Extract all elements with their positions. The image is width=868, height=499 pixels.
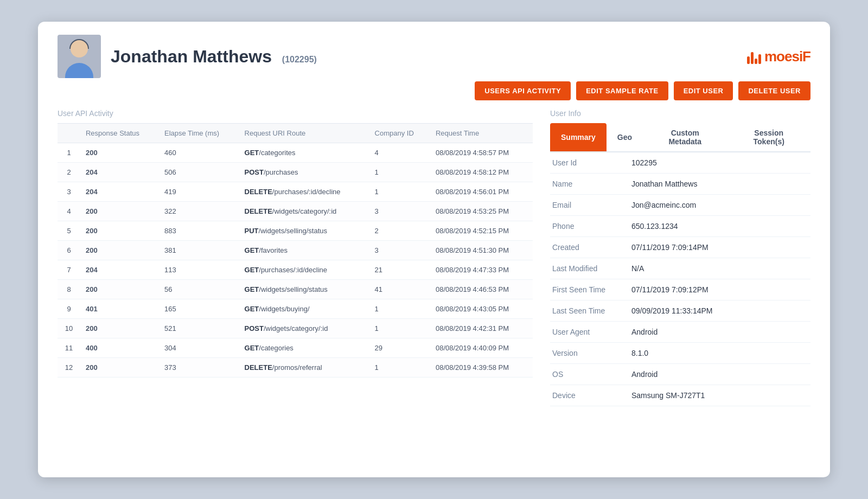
avatar-head [71, 40, 88, 57]
tab-session-tokens[interactable]: Session Token(s) [727, 123, 810, 151]
delete-user-button[interactable]: DELETE USER [738, 81, 810, 100]
info-table-row: User AgentAndroid [550, 322, 810, 343]
table-row[interactable]: 1200460GET/categorites408/08/2019 4:58:5… [58, 143, 533, 163]
row-method: GET [245, 246, 259, 254]
row-elapse: 506 [159, 163, 239, 182]
row-company-id: 21 [369, 260, 430, 280]
row-num: 10 [58, 319, 80, 338]
activity-table-head: Response Status Elapse Time (ms) Request… [58, 124, 533, 143]
table-row[interactable]: 820056GET/widgets/selling/status4108/08/… [58, 280, 533, 299]
row-elapse: 521 [159, 319, 239, 338]
row-company-id: 3 [369, 202, 430, 221]
row-route-path: /widgets/buying/ [259, 305, 309, 313]
row-status: 200 [80, 319, 159, 338]
row-method: DELETE [245, 363, 272, 372]
row-route: DELETE/promos/referral [239, 358, 369, 378]
row-elapse: 381 [159, 241, 239, 260]
row-company-id: 29 [369, 338, 430, 358]
info-field-label: Device [550, 385, 626, 406]
action-buttons-row: USERS API ACTIVITY EDIT SAMPLE RATE EDIT… [38, 81, 830, 109]
row-num: 6 [58, 241, 80, 260]
row-num: 4 [58, 202, 80, 221]
row-num: 8 [58, 280, 80, 299]
info-field-label: User Agent [550, 322, 626, 343]
row-route: GET/favorites [239, 241, 369, 260]
row-status: 204 [80, 260, 159, 280]
table-row[interactable]: 2204506POST/purchases108/08/2019 4:58:12… [58, 163, 533, 182]
row-elapse: 460 [159, 143, 239, 163]
row-request-time: 08/08/2019 4:56:01 PM [430, 182, 533, 202]
logo-icon [747, 49, 761, 64]
row-elapse: 165 [159, 299, 239, 319]
logo-bar-1 [747, 56, 750, 64]
row-request-time: 08/08/2019 4:58:12 PM [430, 163, 533, 182]
logo-bar-2 [751, 52, 754, 64]
row-request-time: 08/08/2019 4:52:15 PM [430, 221, 533, 241]
row-company-id: 1 [369, 182, 430, 202]
row-request-time: 08/08/2019 4:43:05 PM [430, 299, 533, 319]
info-table-row: EmailJon@acmeinc.com [550, 195, 810, 216]
info-table-row: Last Seen Time09/09/2019 11:33:14PM [550, 300, 810, 322]
edit-user-button[interactable]: EDIT USER [674, 81, 733, 100]
info-field-value: Samsung SM-J727T1 [626, 385, 810, 406]
avatar-body [65, 63, 93, 78]
col-response-status: Response Status [80, 124, 159, 143]
row-company-id: 1 [369, 163, 430, 182]
row-status: 200 [80, 358, 159, 378]
row-route-path: /purchases/:id/decline [272, 188, 341, 196]
user-info-section-label: User Info [550, 109, 810, 118]
info-field-value: Android [626, 364, 810, 385]
table-row[interactable]: 10200521POST/widgets/category/:id108/08/… [58, 319, 533, 338]
table-row[interactable]: 9401165GET/widgets/buying/108/08/2019 4:… [58, 299, 533, 319]
main-card: Jonathan Matthews (102295) moesiF USERS … [38, 22, 830, 477]
row-company-id: 1 [369, 299, 430, 319]
info-field-label: Last Modified [550, 258, 626, 279]
row-route: POST/widgets/category/:id [239, 319, 369, 338]
row-route: GET/categories [239, 338, 369, 358]
info-table-row: First Seen Time07/11/2019 7:09:12PM [550, 279, 810, 300]
info-table-row: DeviceSamsung SM-J727T1 [550, 385, 810, 406]
table-row[interactable]: 6200381GET/favorites308/08/2019 4:51:30 … [58, 241, 533, 260]
row-num: 7 [58, 260, 80, 280]
users-api-activity-button[interactable]: USERS API ACTIVITY [475, 81, 571, 100]
table-row[interactable]: 4200322DELETE/widgets/category/:id308/08… [58, 202, 533, 221]
main-content: User API Activity Response Status Elapse… [38, 109, 830, 419]
row-status: 204 [80, 182, 159, 202]
row-elapse: 373 [159, 358, 239, 378]
info-field-label: Name [550, 174, 626, 195]
table-row[interactable]: 11400304GET/categories2908/08/2019 4:40:… [58, 338, 533, 358]
table-row[interactable]: 12200373DELETE/promos/referral108/08/201… [58, 358, 533, 378]
col-num [58, 124, 80, 143]
info-field-label: User Id [550, 152, 626, 174]
row-route: GET/categorites [239, 143, 369, 163]
tab-geo[interactable]: Geo [607, 123, 643, 151]
table-row[interactable]: 7204113GET/purchases/:id/decline2108/08/… [58, 260, 533, 280]
logo-bar-3 [755, 59, 757, 64]
info-field-value: Jon@acmeinc.com [626, 195, 810, 216]
info-table-row: Version8.1.0 [550, 343, 810, 364]
row-request-time: 08/08/2019 4:40:09 PM [430, 338, 533, 358]
info-field-value: N/A [626, 258, 810, 279]
row-num: 5 [58, 221, 80, 241]
activity-table-header-row: Response Status Elapse Time (ms) Request… [58, 124, 533, 143]
tab-custom-metadata[interactable]: Custom Metadata [643, 123, 727, 151]
col-elapse-time: Elapse Time (ms) [159, 124, 239, 143]
row-company-id: 41 [369, 280, 430, 299]
row-route-path: /purchases/:id/decline [259, 266, 327, 274]
activity-table: Response Status Elapse Time (ms) Request… [58, 123, 533, 378]
row-method: GET [245, 266, 259, 274]
table-row[interactable]: 3204419DELETE/purchases/:id/decline108/0… [58, 182, 533, 202]
edit-sample-rate-button[interactable]: EDIT SAMPLE RATE [576, 81, 668, 100]
table-row[interactable]: 5200883PUT/widgets/selling/status208/08/… [58, 221, 533, 241]
user-name: Jonathan Matthews (102295) [111, 47, 317, 67]
row-route-path: /widgets/selling/status [259, 285, 327, 293]
tab-summary[interactable]: Summary [550, 123, 607, 151]
row-num: 2 [58, 163, 80, 182]
row-route: DELETE/purchases/:id/decline [239, 182, 369, 202]
info-field-value: Jonathan Matthews [626, 174, 810, 195]
logo-text: moesiF [764, 48, 810, 65]
info-table-row: Created07/11/2019 7:09:14PM [550, 237, 810, 258]
info-field-label: Created [550, 237, 626, 258]
row-route-path: /categorites [259, 149, 295, 157]
info-field-value[interactable]: 102295 [626, 152, 810, 174]
